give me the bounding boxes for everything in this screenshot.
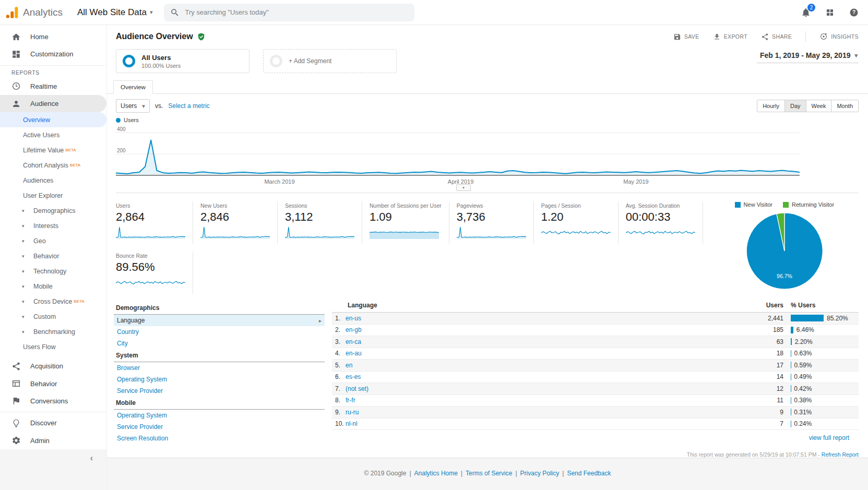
dimension-item[interactable]: Language ▸	[114, 315, 325, 326]
language-link[interactable]: en	[346, 362, 352, 369]
granularity-button[interactable]: Week	[806, 100, 831, 112]
scorecard[interactable]: Pageviews 3,736	[457, 201, 534, 244]
language-link[interactable]: en-au	[346, 350, 362, 357]
footer-link-analytics-home[interactable]: Analytics Home	[414, 470, 458, 477]
sidebar-subitem[interactable]: ▾ Mobile	[0, 279, 106, 294]
apps-grid-button[interactable]	[823, 6, 837, 19]
scorecard[interactable]: Users 2,864	[116, 201, 193, 244]
chevron-down-icon[interactable]: ▾	[22, 299, 32, 304]
chevron-down-icon[interactable]: ▾	[22, 284, 32, 289]
visitor-type-pie-chart[interactable]: 96.7%	[745, 212, 824, 290]
sidebar-subitem[interactable]: ▾ Demographics	[0, 203, 106, 218]
sidebar-item-behavior[interactable]: Behavior	[0, 375, 106, 392]
dimension-link[interactable]: Operating System	[117, 376, 167, 383]
property-selector[interactable]: All Web Site Data ▾	[77, 7, 152, 18]
sidebar-subitem[interactable]: ▾ Lifetime Value BETA	[0, 142, 106, 158]
granularity-button[interactable]: Day	[784, 100, 806, 112]
granularity-button[interactable]: Month	[831, 100, 858, 112]
dimension-link[interactable]: Language	[117, 317, 145, 324]
sidebar-subitem[interactable]: ▾ Audiences	[0, 173, 106, 188]
sidebar-item-discover[interactable]: Discover	[0, 414, 106, 432]
dimension-link[interactable]: Service Provider	[117, 423, 163, 431]
chevron-down-icon[interactable]: ▾	[22, 269, 32, 274]
column-header-pct-users[interactable]: % Users	[791, 302, 859, 309]
chevron-down-icon[interactable]: ▾	[22, 314, 32, 319]
language-link[interactable]: (not set)	[346, 385, 368, 392]
dimension-item[interactable]: Screen Resolution	[114, 433, 325, 444]
sidebar-subitem[interactable]: ▾ Technology	[0, 264, 106, 279]
chevron-down-icon[interactable]: ▾	[22, 254, 32, 259]
language-link[interactable]: fr-fr	[346, 397, 355, 404]
footer-link-privacy[interactable]: Privacy Policy	[520, 470, 560, 477]
scorecard[interactable]: New Users 2,846	[200, 201, 278, 244]
language-link[interactable]: es-es	[346, 373, 361, 380]
dimension-link[interactable]: Country	[117, 328, 139, 336]
notifications-button[interactable]: 2	[799, 6, 813, 19]
sidebar-item-admin[interactable]: Admin	[0, 432, 106, 449]
collapse-sidebar-icon[interactable]: ‹	[90, 453, 93, 463]
language-link[interactable]: en-ca	[346, 338, 361, 345]
add-segment-button[interactable]: + Add Segment	[263, 49, 397, 73]
dimension-link[interactable]: Screen Resolution	[117, 435, 168, 442]
sidebar-item-realtime[interactable]: Realtime	[0, 78, 106, 95]
dimension-link[interactable]: Browser	[117, 364, 140, 372]
dimension-item[interactable]: Browser	[114, 362, 325, 374]
language-link[interactable]: ru-ru	[346, 409, 359, 416]
scorecard[interactable]: Bounce Rate 89.56%	[116, 252, 193, 294]
chevron-down-icon[interactable]: ▾	[22, 223, 32, 229]
segment-all-users[interactable]: All Users 100.00% Users	[116, 49, 249, 73]
search-input[interactable]	[185, 8, 394, 16]
users-timeseries-chart[interactable]: 200400March 2019April 2019May 2019	[116, 125, 800, 188]
chevron-down-icon[interactable]: ▾	[22, 238, 32, 244]
chevron-down-icon[interactable]: ▾	[22, 208, 32, 213]
sidebar-subitem[interactable]: ▾ Cross Device BETA	[0, 294, 106, 309]
insights-button[interactable]: INSIGHTS	[819, 32, 859, 41]
sidebar-subitem[interactable]: ▾ Overview	[0, 112, 106, 127]
sidebar-subitem[interactable]: ▾ Geo	[0, 233, 106, 248]
search-bar[interactable]	[164, 4, 414, 21]
column-header-language[interactable]: Language	[332, 302, 377, 309]
dimension-item[interactable]: Country ▸	[114, 326, 325, 338]
save-button[interactable]: SAVE	[673, 33, 699, 41]
sidebar-item-home[interactable]: Home	[0, 28, 106, 45]
granularity-button[interactable]: Hourly	[757, 100, 784, 112]
sidebar-subitem[interactable]: ▾ Active Users	[0, 127, 106, 142]
dimension-item[interactable]: Service Provider	[114, 421, 325, 433]
sidebar-subitem[interactable]: ▾ Cohort Analysis BETA	[0, 158, 106, 173]
metric-dropdown[interactable]: Users ▾	[116, 99, 150, 113]
dimension-item[interactable]: City ▸	[114, 338, 325, 349]
dimension-item[interactable]: Service Provider	[114, 385, 325, 397]
sidebar-subitem[interactable]: ▾ User Explorer	[0, 188, 106, 203]
scorecard[interactable]: Avg. Session Duration 00:00:33	[626, 201, 703, 244]
annotations-toggle-button[interactable]: ▾	[456, 184, 471, 191]
view-full-report-link[interactable]: view full report	[809, 434, 849, 441]
dimension-link[interactable]: Service Provider	[117, 387, 163, 395]
help-button[interactable]: ?	[847, 6, 861, 19]
scorecard[interactable]: Pages / Session 1.20	[541, 201, 619, 244]
date-range-picker[interactable]: Feb 1, 2019 - May 29, 2019 ▾	[757, 49, 859, 63]
sidebar-subitem[interactable]: ▾ Users Flow	[0, 339, 106, 354]
refresh-report-link[interactable]: Refresh Report	[822, 451, 859, 458]
dimension-link[interactable]: City	[117, 340, 128, 347]
scorecard[interactable]: Sessions 3,112	[285, 201, 362, 244]
dimension-item[interactable]: Operating System	[114, 410, 325, 421]
export-button[interactable]: EXPORT	[713, 33, 747, 41]
sidebar-item-customization[interactable]: Customization	[0, 45, 106, 63]
share-button[interactable]: SHARE	[761, 33, 792, 41]
sidebar-subitem[interactable]: ▾ Behavior	[0, 248, 106, 264]
footer-link-feedback[interactable]: Send Feedback	[567, 470, 611, 477]
language-link[interactable]: nl-nl	[346, 420, 358, 427]
scorecard[interactable]: Number of Sessions per User 1.09	[370, 201, 449, 244]
dimension-link[interactable]: Operating System	[117, 412, 167, 419]
sidebar-subitem[interactable]: ▾ Interests	[0, 218, 106, 233]
language-link[interactable]: en-us	[346, 315, 361, 322]
footer-link-terms[interactable]: Terms of Service	[466, 470, 512, 477]
select-metric-link[interactable]: Select a metric	[168, 102, 209, 110]
sidebar-item-acquisition[interactable]: Acquisition	[0, 357, 106, 375]
language-link[interactable]: en-gb	[346, 326, 362, 333]
sidebar-subitem[interactable]: ▾ Custom	[0, 309, 106, 324]
sidebar-item-audience[interactable]: Audience	[0, 95, 106, 112]
column-header-users[interactable]: Users	[747, 302, 783, 309]
sidebar-item-conversions[interactable]: Conversions	[0, 392, 106, 410]
tab-overview[interactable]: Overview	[113, 80, 153, 94]
